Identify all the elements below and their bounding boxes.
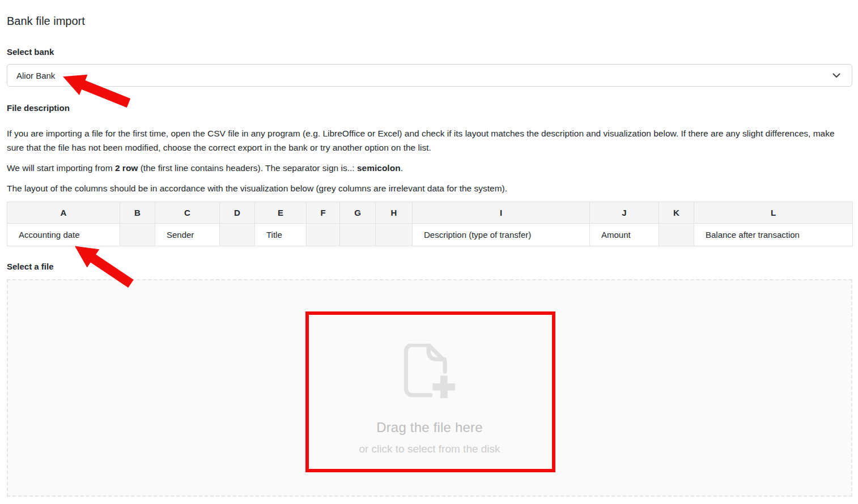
- sentence-end: .: [401, 163, 403, 173]
- file-dropzone[interactable]: Drag the file here or click to select fr…: [7, 279, 852, 497]
- bank-select-value: Alior Bank: [16, 71, 832, 80]
- separator-text: (the first line contains headers). The s…: [138, 163, 357, 173]
- import-row-text: We will start importing from: [7, 163, 115, 173]
- table-header-cell: G: [340, 202, 376, 224]
- bank-select[interactable]: Alior Bank: [7, 64, 852, 87]
- file-plus-icon: [403, 344, 456, 400]
- chevron-down-icon: [832, 73, 840, 78]
- description-paragraph-1: If you are importing a file for the firs…: [7, 126, 852, 155]
- table-header-cell: I: [413, 202, 590, 224]
- table-cell: Amount: [590, 224, 659, 246]
- file-description-heading: File description: [7, 103, 852, 113]
- csv-layout-table: ABCDEFGHIJKL Accounting dateSenderTitleD…: [7, 202, 853, 246]
- table-cell: [376, 224, 413, 246]
- table-cell: [307, 224, 340, 246]
- table-header-cell: D: [220, 202, 255, 224]
- table-header-cell: A: [7, 202, 120, 224]
- table-cell: Accounting date: [7, 224, 120, 246]
- select-bank-label: Select bank: [7, 47, 852, 57]
- table-cell: Balance after transaction: [694, 224, 853, 246]
- click-select-text: or click to select from the disk: [359, 443, 500, 455]
- table-cell: Title: [255, 224, 307, 246]
- table-cell: [659, 224, 694, 246]
- table-cell: [120, 224, 155, 246]
- table-header-cell: B: [120, 202, 155, 224]
- drag-file-text: Drag the file here: [376, 420, 483, 435]
- file-description-text: If you are importing a file for the firs…: [7, 126, 852, 195]
- table-cell: [220, 224, 255, 246]
- table-header-row: ABCDEFGHIJKL: [7, 202, 853, 224]
- table-data-row: Accounting dateSenderTitleDescription (t…: [7, 224, 853, 246]
- table-header-cell: C: [155, 202, 220, 224]
- select-file-label: Select a file: [7, 262, 852, 271]
- page-title: Bank file import: [7, 15, 852, 28]
- description-paragraph-2: We will start importing from 2 row (the …: [7, 161, 852, 175]
- description-paragraph-3: The layout of the columns should be in a…: [7, 181, 852, 195]
- content-container: Bank file import Select bank Alior Bank …: [0, 0, 858, 497]
- start-row-value: 2 row: [115, 163, 138, 173]
- bank-file-import-page: Bank file import Select bank Alior Bank …: [0, 0, 858, 504]
- separator-value: semicolon: [357, 163, 401, 173]
- table-cell: Sender: [155, 224, 220, 246]
- table-header-cell: L: [694, 202, 853, 224]
- table-cell: Description (type of transfer): [413, 224, 590, 246]
- table-header-cell: K: [659, 202, 694, 224]
- table-header-cell: J: [590, 202, 659, 224]
- table-header-cell: E: [255, 202, 307, 224]
- table-header-cell: F: [307, 202, 340, 224]
- table-cell: [340, 224, 376, 246]
- table-header-cell: H: [376, 202, 413, 224]
